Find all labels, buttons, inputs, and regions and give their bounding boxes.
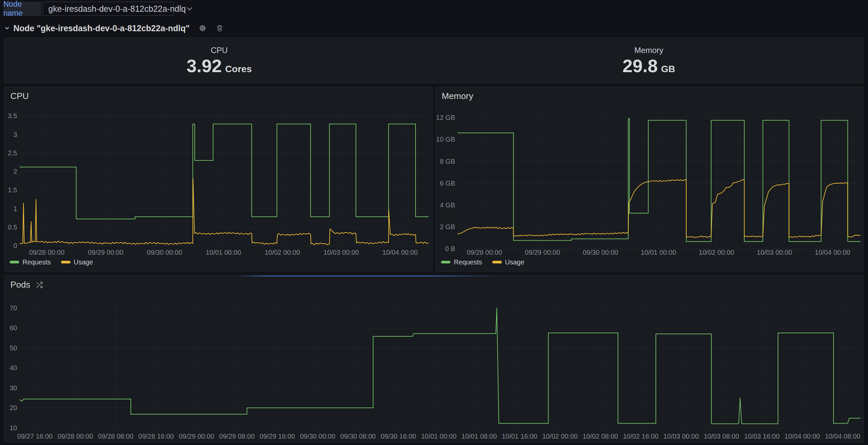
cpu-y-tick: 1 <box>13 205 17 212</box>
memory-y-tick: 4 GB <box>440 201 455 209</box>
cpu-legend: RequestsUsage <box>10 259 93 265</box>
pods-x-tick: 10/03 16:00 <box>744 433 780 440</box>
cpu-stat: CPU 3.92 Cores <box>4 38 434 83</box>
memory-x-tick: 10/04 00:00 <box>815 249 850 256</box>
legend-label: Requests <box>454 259 482 265</box>
cpu-x-tick: 10/03 00:00 <box>323 249 359 256</box>
pods-x-tick: 10/02 08:00 <box>583 433 618 440</box>
panel-links-icon <box>36 281 43 289</box>
memory-legend: RequestsUsage <box>441 259 524 265</box>
cpu-y-tick: 0 <box>13 242 17 249</box>
row-collapse-icon[interactable] <box>4 25 10 31</box>
legend-item-requests[interactable]: Requests <box>441 259 482 265</box>
memory-y-tick: 12 GB <box>436 114 455 121</box>
pods-x-tick: 09/27 16:00 <box>17 433 53 440</box>
pods-x-tick: 09/29 08:00 <box>219 433 254 440</box>
pods-x-tick: 10/03 00:00 <box>663 433 699 440</box>
cpu-y-tick: 0.5 <box>8 224 17 231</box>
trash-icon[interactable] <box>216 24 224 32</box>
pods-y-tick: 10 <box>10 424 17 432</box>
legend-label: Usage <box>74 259 93 265</box>
pods-x-tick: 09/28 16:00 <box>138 433 174 440</box>
legend-item-usage[interactable]: Usage <box>61 259 93 265</box>
legend-swatch-requests <box>441 261 451 263</box>
pods-y-tick: 60 <box>10 324 17 332</box>
memory-x-tick: 09/29 00:00 <box>525 249 560 256</box>
pods-series-pods <box>20 308 860 424</box>
memory-series-usage <box>458 180 860 238</box>
cpu-x-tick: 09/28 00:00 <box>29 249 65 256</box>
cpu-x-tick: 10/01 00:00 <box>206 249 241 256</box>
cpu-panel-title[interactable]: CPU <box>10 91 29 101</box>
row-header: Node "gke-iresdash-dev-0-a-812cb22a-ndlq… <box>4 22 224 35</box>
pods-panel-title[interactable]: Pods <box>10 279 30 290</box>
pods-x-tick: 09/29 00:00 <box>179 433 214 440</box>
node-name-value: gke-iresdash-dev-0-a-812cb22a-ndlq <box>48 4 186 14</box>
pods-y-tick: 30 <box>10 384 17 392</box>
memory-stat-value: 29.8 <box>622 57 658 75</box>
memory-chart[interactable]: 09/28 00:0009/29 00:0009/30 00:0010/01 0… <box>436 87 864 272</box>
cpu-x-tick: 09/29 00:00 <box>88 249 123 256</box>
node-name-dropdown[interactable]: gke-iresdash-dev-0-a-812cb22a-ndlq <box>42 2 174 16</box>
cpu-y-tick: 2.5 <box>8 149 17 157</box>
memory-stat-title: Memory <box>634 46 663 54</box>
legend-item-usage[interactable]: Usage <box>492 259 525 265</box>
memory-y-tick: 10 GB <box>436 136 455 143</box>
legend-swatch-usage <box>61 261 70 263</box>
cpu-panel: CPU 09/28 00:0009/29 00:0009/30 00:0010/… <box>4 87 433 272</box>
pods-y-tick: 20 <box>10 404 17 411</box>
memory-x-tick: 09/28 00:00 <box>467 249 502 256</box>
pods-chart[interactable]: 09/27 16:0009/28 00:0009/28 08:0009/28 1… <box>4 275 864 443</box>
cpu-y-tick: 3.5 <box>8 112 17 119</box>
cpu-x-tick: 10/04 00:00 <box>382 249 418 256</box>
cpu-y-tick: 1.5 <box>8 186 17 194</box>
cpu-series-usage <box>20 179 428 245</box>
legend-swatch-requests <box>10 261 19 263</box>
pods-x-tick: 09/28 08:00 <box>98 433 133 440</box>
memory-stat: Memory 29.8 GB <box>434 38 864 83</box>
pods-y-tick: 50 <box>10 344 17 352</box>
memory-panel: Memory 09/28 00:0009/29 00:0009/30 00:00… <box>435 87 864 272</box>
memory-series-requests <box>458 119 860 242</box>
memory-stat-unit: GB <box>661 64 675 74</box>
pods-x-tick: 09/30 16:00 <box>381 433 416 440</box>
pods-x-tick: 10/02 00:00 <box>542 433 578 440</box>
pods-x-tick: 09/29 16:00 <box>259 433 295 440</box>
memory-x-tick: 09/30 00:00 <box>583 249 618 256</box>
cpu-y-tick: 3 <box>13 131 17 138</box>
cpu-x-tick: 10/02 00:00 <box>265 249 300 256</box>
legend-swatch-usage <box>492 261 502 263</box>
memory-x-tick: 10/02 00:00 <box>699 249 734 256</box>
cpu-stat-unit: Cores <box>225 64 252 74</box>
cpu-x-tick: 09/30 00:00 <box>147 249 182 256</box>
memory-y-tick: 6 GB <box>440 180 455 187</box>
cpu-y-tick: 2 <box>13 168 17 175</box>
pods-x-tick: 09/30 00:00 <box>300 433 335 440</box>
pods-x-tick: 10/03 08:00 <box>704 433 739 440</box>
memory-panel-title[interactable]: Memory <box>442 91 473 101</box>
cpu-stat-title: CPU <box>211 46 228 54</box>
pods-x-tick: 09/30 08:00 <box>340 433 376 440</box>
legend-label: Usage <box>505 259 525 265</box>
pods-x-tick: 10/04 00:00 <box>784 433 820 440</box>
legend-label: Requests <box>23 259 51 265</box>
pods-y-tick: 40 <box>10 364 17 372</box>
pods-x-tick: 09/28 00:00 <box>58 433 93 440</box>
chevron-down-icon <box>186 5 193 12</box>
memory-x-tick: 10/03 00:00 <box>757 249 792 256</box>
pods-x-tick: 10/01 08:00 <box>462 433 497 440</box>
pods-x-tick: 10/01 16:00 <box>502 433 537 440</box>
pods-panel: Pods 09/27 16:0009/28 00:0009/28 08:0009… <box>4 275 864 442</box>
row-title[interactable]: Node "gke-iresdash-dev-0-a-812cb22a-ndlq… <box>13 24 189 33</box>
legend-item-requests[interactable]: Requests <box>10 259 51 265</box>
variable-label: Node name <box>3 2 41 16</box>
memory-y-tick: 8 GB <box>440 158 455 165</box>
cpu-stat-value: 3.92 <box>186 57 222 75</box>
memory-y-tick: 2 GB <box>440 223 455 231</box>
pods-y-tick: 70 <box>10 304 17 312</box>
memory-y-tick: 0 B <box>445 245 455 253</box>
gear-icon[interactable] <box>198 24 207 33</box>
pods-x-tick: 10/02 16:00 <box>623 433 658 440</box>
cpu-chart[interactable]: 09/28 00:0009/29 00:0009/30 00:0010/01 0… <box>4 87 433 272</box>
pods-x-tick: 10/01 00:00 <box>421 433 457 440</box>
